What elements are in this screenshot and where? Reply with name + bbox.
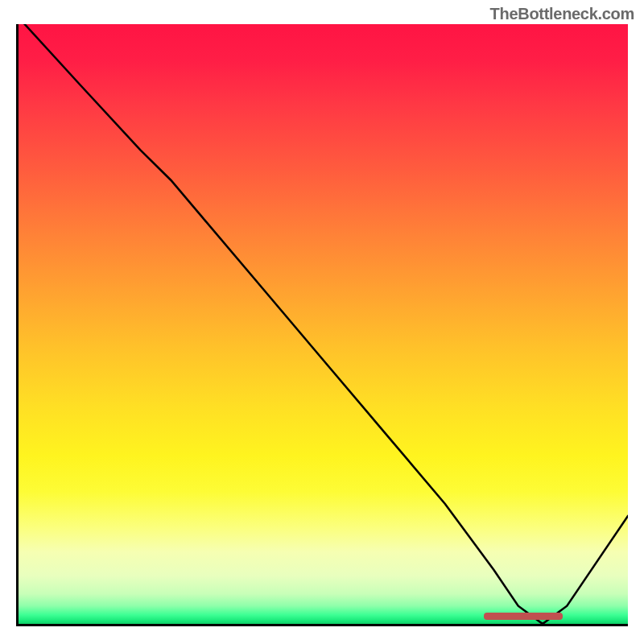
plot-area	[16, 24, 628, 626]
chart-container: TheBottleneck.com	[0, 0, 644, 644]
watermark-text: TheBottleneck.com	[490, 5, 634, 23]
gradient-background	[19, 24, 628, 624]
optimal-range-marker	[484, 613, 564, 620]
